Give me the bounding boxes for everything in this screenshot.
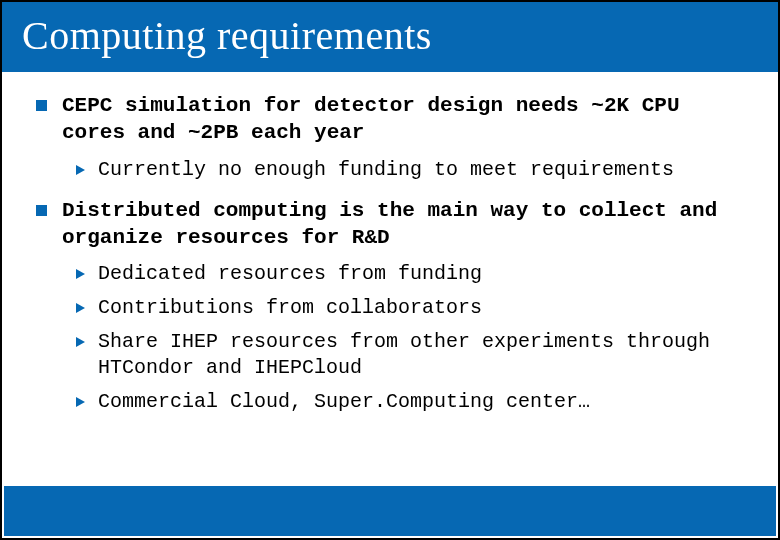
bullet-2-sub-3: Share IHEP resources from other experime… <box>62 329 748 381</box>
bullet-1-sub-1: Currently no enough funding to meet requ… <box>62 157 748 183</box>
bullet-1-subs: Currently no enough funding to meet requ… <box>62 157 748 183</box>
bullet-2-subs: Dedicated resources from funding Contrib… <box>62 261 748 415</box>
bullet-2: Distributed computing is the main way to… <box>36 197 748 416</box>
bullet-1-text: CEPC simulation for detector design need… <box>62 92 748 147</box>
bullet-1: CEPC simulation for detector design need… <box>36 92 748 183</box>
slide-title: Computing requirements <box>22 12 432 59</box>
title-bar: Computing requirements <box>2 2 778 72</box>
footer-stripe <box>4 486 776 536</box>
slide: Computing requirements CEPC simulation f… <box>0 0 780 540</box>
bullet-2-sub-1: Dedicated resources from funding <box>62 261 748 287</box>
bullet-2-text: Distributed computing is the main way to… <box>62 197 748 252</box>
bullet-2-sub-2: Contributions from collaborators <box>62 295 748 321</box>
bullet-2-sub-4: Commercial Cloud, Super.Computing center… <box>62 389 748 415</box>
slide-body: CEPC simulation for detector design need… <box>2 72 778 415</box>
